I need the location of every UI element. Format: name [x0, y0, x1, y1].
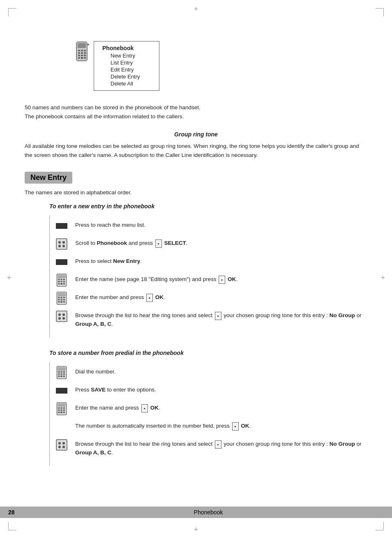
svg-rect-11: [78, 57, 80, 59]
menu-box: Phonebook New Entry List Entry Edit Entr…: [94, 41, 159, 91]
svg-rect-47: [58, 368, 65, 371]
menu-title: Phonebook: [102, 45, 152, 51]
svg-point-16: [62, 241, 65, 244]
step-text: Press to select New Entry.: [75, 256, 363, 265]
svg-point-18: [62, 245, 65, 247]
svg-rect-38: [58, 301, 60, 303]
menu-item-list: List Entry: [102, 59, 152, 66]
menu-diagram: Phonebook New Entry List Entry Edit Entr…: [74, 41, 367, 91]
section1-title: To enter a new entry in the phonebook: [25, 203, 367, 210]
phone-handset-icon: [74, 41, 90, 62]
step-icon-menu: [54, 219, 69, 233]
svg-point-71: [58, 446, 61, 448]
svg-rect-22: [60, 279, 62, 281]
step-icon-keypad-s2: [54, 366, 69, 379]
svg-rect-49: [60, 371, 62, 373]
section2-title: To store a number from predial in the ph…: [25, 350, 367, 356]
svg-rect-35: [58, 299, 60, 301]
svg-point-43: [62, 313, 65, 316]
page: Phonebook New Entry List Entry Edit Entr…: [0, 0, 392, 555]
svg-rect-53: [63, 373, 65, 375]
rect-icon: [56, 223, 67, 229]
ok-button: ▪: [219, 276, 225, 284]
keypad-s2-icon: [56, 366, 67, 379]
step-text: Browse through the list to hear the ring…: [75, 438, 363, 457]
svg-rect-28: [60, 283, 62, 285]
svg-rect-60: [60, 408, 62, 409]
step-text: Scroll to Phonebook and press ▪ SELECT.: [75, 237, 363, 248]
menu-item-edit: Edit Entry: [102, 66, 152, 73]
select-button: ▪: [155, 240, 162, 248]
svg-rect-66: [60, 412, 62, 413]
step-icon-keypad2: [54, 292, 69, 305]
step-row: Browse through the list to hear the ring…: [50, 438, 367, 457]
footer-page-number: 28: [8, 509, 33, 516]
svg-rect-62: [58, 410, 60, 411]
svg-rect-48: [58, 371, 60, 373]
crosshair-top: [192, 5, 200, 13]
step-text: The number is automatically inserted in …: [75, 420, 363, 431]
dots-icon: [56, 238, 67, 250]
svg-rect-7: [84, 52, 86, 54]
svg-rect-59: [58, 408, 60, 409]
svg-rect-3: [81, 50, 83, 51]
svg-rect-55: [60, 375, 62, 377]
svg-rect-8: [78, 55, 80, 56]
svg-rect-50: [63, 371, 65, 373]
rect-icon-s2: [56, 388, 67, 394]
step-row: Dial the number.: [50, 366, 367, 379]
svg-rect-64: [63, 410, 65, 411]
svg-rect-4: [84, 50, 86, 51]
svg-rect-10: [84, 55, 86, 56]
svg-rect-23: [63, 279, 65, 281]
svg-rect-20: [58, 275, 65, 278]
phone-icon-area: [74, 41, 90, 62]
step-text: Dial the number.: [75, 366, 363, 376]
step-row: Press SAVE to enter the options.: [50, 384, 367, 397]
svg-rect-34: [63, 297, 65, 299]
step-icon-dots2: [54, 310, 69, 323]
ok-button-2: ▪: [146, 294, 153, 302]
svg-rect-37: [63, 299, 65, 301]
footer-title: Phonebook: [33, 509, 384, 516]
page-footer: 28 Phonebook: [0, 507, 392, 518]
description-block: 50 names and numbers can be stored in th…: [25, 103, 367, 121]
description-line2: The phonebook contains all the informati…: [25, 112, 367, 121]
svg-rect-31: [58, 293, 65, 296]
alphabetical-text: The names are stored in alphabetical ord…: [25, 189, 367, 196]
rect-icon-2: [56, 259, 67, 265]
svg-point-72: [62, 446, 65, 448]
corner-mark-bl: [8, 522, 16, 530]
svg-rect-54: [58, 375, 60, 377]
svg-rect-56: [63, 375, 65, 377]
svg-rect-58: [58, 404, 65, 407]
corner-mark-br: [376, 522, 384, 530]
menu-item-new: New Entry: [102, 52, 152, 59]
svg-point-45: [62, 317, 65, 320]
step-icon-rect-s2: [54, 384, 69, 397]
step-text: Enter the name (see page 18 "Editing sys…: [75, 274, 363, 284]
keypad2-icon: [56, 292, 67, 305]
svg-rect-32: [58, 297, 60, 299]
svg-rect-13: [84, 57, 86, 59]
svg-point-42: [58, 313, 61, 316]
step-icon-keypad: [54, 274, 69, 287]
svg-point-44: [58, 317, 61, 320]
step-icon-rect: [54, 256, 69, 269]
svg-rect-41: [56, 311, 67, 322]
svg-point-15: [58, 241, 61, 244]
new-entry-heading: New Entry: [25, 172, 72, 184]
svg-rect-12: [81, 57, 83, 59]
svg-rect-63: [60, 410, 62, 411]
step-icon-none: [54, 420, 69, 433]
svg-rect-5: [78, 52, 80, 54]
svg-rect-27: [58, 283, 60, 285]
menu-item-delete: Delete Entry: [102, 73, 152, 80]
step-text: Browse through the list to hear the ring…: [75, 310, 363, 328]
crosshair-left: [5, 274, 13, 282]
step-row: Browse through the list to hear the ring…: [50, 310, 367, 328]
svg-rect-36: [60, 299, 62, 301]
svg-rect-25: [60, 281, 62, 283]
keypad-icon: [56, 274, 67, 287]
step-text: Enter the number and press ▪ OK.: [75, 292, 363, 302]
